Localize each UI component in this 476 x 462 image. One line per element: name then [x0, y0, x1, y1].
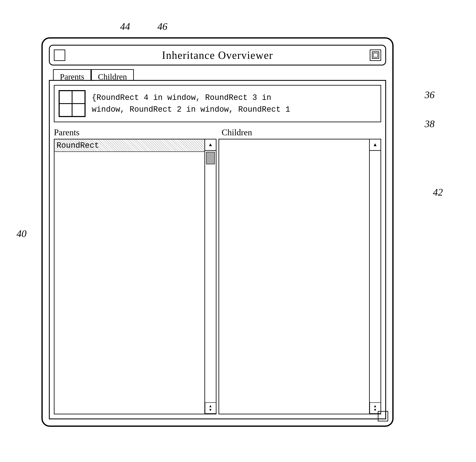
selection-text: {RoundRect 4 in window, RoundRect 3 in w… [90, 90, 292, 118]
resize-box[interactable] [378, 411, 388, 421]
selection-line2: window, RoundRect 2 in window, RoundRect… [92, 105, 290, 114]
window-title: Inheritance Overviewer [69, 49, 366, 61]
children-scroll-up[interactable] [370, 139, 381, 151]
selection-line1: {RoundRect 4 in window, RoundRect 3 in [92, 93, 271, 102]
parents-scroll-thumb[interactable] [206, 152, 215, 164]
icon-cell-tr [72, 91, 85, 103]
labels-row: Parents Children [54, 126, 381, 138]
parents-selected-row[interactable]: RoundRect [54, 139, 204, 152]
selection-row: {RoundRect 4 in window, RoundRect 3 in w… [54, 85, 381, 122]
down-arrow-icon: ▲▼ [209, 404, 212, 412]
icon-cell-br [72, 103, 85, 116]
title-bar: Inheritance Overviewer [49, 45, 386, 66]
parents-scroll-down-box[interactable]: ▲▼ [205, 402, 216, 414]
icon-cell-tl [59, 91, 72, 103]
annotation-42: 42 [433, 187, 443, 198]
children-scrollbar: ▲▼ [369, 139, 381, 414]
annotation-38: 38 [425, 118, 434, 129]
children-scroll-track[interactable] [370, 151, 381, 402]
annotation-46: 46 [157, 21, 167, 32]
children-down-arrow-icon: ▲▼ [374, 404, 376, 412]
parents-scroll-track[interactable] [205, 151, 216, 402]
children-up-arrow-icon [374, 142, 377, 148]
outer-window-frame: Inheritance Overviewer Parents Children [42, 37, 394, 427]
children-panel: ▲▼ [219, 139, 381, 414]
zoom-box[interactable] [370, 50, 381, 61]
up-arrow-icon [209, 142, 212, 148]
selection-icon [59, 90, 85, 117]
annotation-36: 36 [425, 89, 434, 101]
page-container: 44 46 36 38 40 42 Inheritance Overviewer… [0, 0, 476, 462]
panels-row: RoundRect ▲▼ [54, 139, 381, 414]
parents-selected-text: RoundRect [57, 141, 99, 150]
svg-rect-0 [372, 52, 379, 59]
icon-cell-bl [59, 103, 72, 116]
svg-rect-1 [374, 53, 378, 57]
inner-frame: {RoundRect 4 in window, RoundRect 3 in w… [49, 80, 386, 419]
parents-panel-label: Parents [54, 126, 218, 138]
annotation-44: 44 [120, 21, 130, 32]
annotation-40: 40 [17, 228, 26, 239]
parents-scroll-up[interactable] [205, 139, 216, 151]
parents-scrollbar: ▲▼ [204, 139, 216, 414]
parents-panel: RoundRect ▲▼ [54, 139, 216, 414]
children-panel-label: Children [218, 126, 381, 138]
close-box[interactable] [54, 50, 65, 61]
